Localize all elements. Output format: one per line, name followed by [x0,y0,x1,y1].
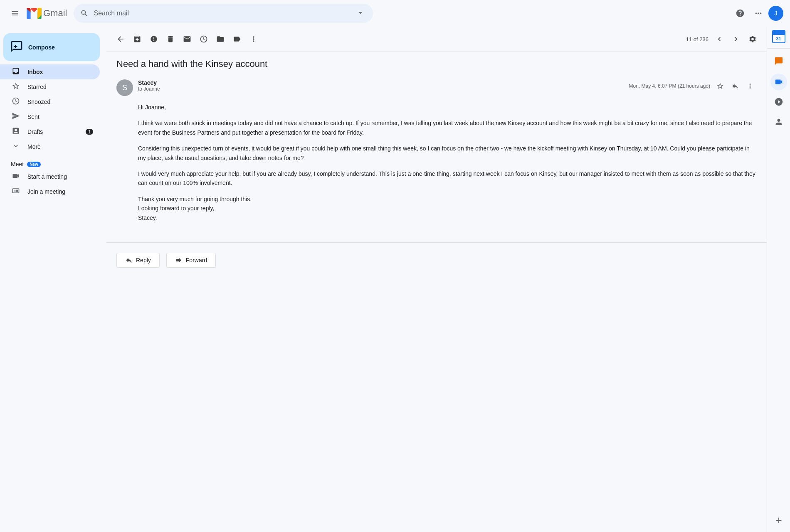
apps-button[interactable] [750,5,767,22]
search-icon [80,9,89,17]
start-meeting-label: Start a meeting [27,173,93,180]
starred-label: Starred [27,84,93,90]
star-message-button[interactable] [713,79,727,93]
move-to-button[interactable] [213,32,228,47]
top-right-icons: J [732,5,783,22]
sender-to: to Joanne [138,86,624,92]
sidebar-item-inbox[interactable]: Inbox [0,64,100,79]
next-email-button[interactable] [728,32,743,47]
forward-label: Forward [186,257,207,264]
gmail-logo-text: Gmail [43,8,67,19]
compose-label: Compose [28,44,55,51]
inbox-label: Inbox [27,69,93,75]
message-actions [713,79,757,93]
body-paragraph-4: Thank you very much for going through th… [138,195,757,222]
contacts-button[interactable] [770,113,787,130]
body-paragraph-0: Hi Joanne, [138,103,757,112]
drafts-label: Drafts [27,128,79,135]
forward-button[interactable]: Forward [166,253,216,268]
starred-icon [11,82,21,92]
sender-name: Stacey [138,79,624,86]
join-meeting-icon [11,187,21,197]
snoozed-label: Snoozed [27,99,93,105]
reply-label: Reply [136,257,151,264]
right-panel-divider [767,48,790,49]
body-paragraph-3: I would very much appreciate your help, … [138,169,757,188]
sidebar-item-join-meeting[interactable]: Join a meeting [0,184,100,199]
start-meeting-icon [11,172,21,182]
sent-label: Sent [27,113,93,120]
meet-label: Meet [11,161,24,167]
sidebar: Compose Inbox Starred [0,27,106,532]
more-icon [11,142,21,152]
sender-info: Stacey to Joanne [138,79,624,92]
help-button[interactable] [732,5,748,22]
sidebar-item-start-meeting[interactable]: Start a meeting [0,169,100,184]
main-area: Compose Inbox Starred [0,27,790,532]
sidebar-item-sent[interactable]: Sent [0,109,100,124]
sidebar-item-starred[interactable]: Starred [0,79,100,94]
sidebar-item-more[interactable]: More [0,139,100,154]
more-actions-button[interactable] [246,32,261,47]
user-avatar-button[interactable]: J [768,6,783,21]
timestamp-text: Mon, May 4, 6:07 PM (21 hours ago) [629,83,710,89]
app-container: Gmail J [0,0,790,532]
chat-button[interactable] [770,54,787,70]
compose-button[interactable]: Compose [3,33,100,61]
search-input[interactable] [94,10,350,17]
body-paragraph-1: I think we were both stuck in meetings t… [138,118,757,137]
previous-email-button[interactable] [712,32,727,47]
join-meeting-label: Join a meeting [27,188,93,195]
drafts-badge: 1 [86,129,93,135]
snoozed-icon [11,97,21,107]
email-subject: Need a hand with the Kinsey account [106,52,767,73]
mark-unread-button[interactable] [180,32,195,47]
message-header: S Stacey to Joanne Mon, May 4, 6:07 PM (… [116,79,757,96]
reply-button[interactable]: Reply [116,253,160,268]
email-toolbar: 11 of 236 [106,27,767,52]
calendar-icon[interactable]: 31 [772,30,785,43]
search-bar[interactable] [74,4,373,23]
tasks-button[interactable] [770,94,787,110]
email-message: S Stacey to Joanne Mon, May 4, 6:07 PM (… [106,73,767,236]
meet-section-header: Meet New [0,158,106,169]
reply-message-button[interactable] [728,79,742,93]
body-paragraph-2: Considering this unexpected turn of even… [138,144,757,163]
sender-avatar: S [116,79,133,96]
archive-button[interactable] [130,32,145,47]
search-dropdown-button[interactable] [355,7,366,20]
meet-new-badge: New [27,162,41,167]
reply-area: Reply Forward [106,242,767,278]
back-button[interactable] [113,32,128,47]
top-bar: Gmail J [0,0,790,27]
email-content: 11 of 236 Need a han [106,27,767,532]
inbox-icon [11,67,21,77]
label-button[interactable] [230,32,244,47]
meet-panel-button[interactable] [770,74,787,90]
message-timestamp: Mon, May 4, 6:07 PM (21 hours ago) [629,79,757,93]
spam-button[interactable] [146,32,161,47]
calendar-day-number: 31 [773,35,785,42]
hamburger-menu-button[interactable] [7,5,23,22]
sidebar-item-snoozed[interactable]: Snoozed [0,94,100,109]
pagination-text: 11 of 236 [686,36,709,42]
sent-icon [11,112,21,122]
settings-button[interactable] [745,32,760,47]
compose-plus-icon [10,40,23,54]
more-label: More [27,143,93,150]
more-message-button[interactable] [743,79,757,93]
gmail-logo: Gmail [27,8,67,19]
snooze-button[interactable] [196,32,211,47]
add-panel-button[interactable] [770,512,787,529]
calendar-top-bar [773,31,785,35]
sidebar-item-drafts[interactable]: Drafts 1 [0,124,100,139]
right-panel: 31 [767,27,790,532]
message-body: Hi Joanne, I think we were both stuck in… [116,103,757,222]
drafts-icon [11,127,21,137]
delete-button[interactable] [163,32,178,47]
